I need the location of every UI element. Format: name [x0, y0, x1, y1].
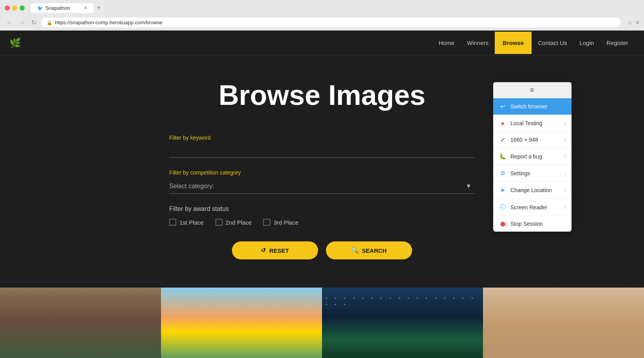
minimize-window-button[interactable] [12, 5, 17, 11]
dropdown-settings[interactable]: ⚙ Settings › [493, 165, 572, 182]
hamburger-icon: ≡ [530, 86, 535, 94]
stop-session-label: Stop Session [510, 221, 566, 227]
checkbox-3rd-place[interactable]: 3rd Place [263, 219, 298, 226]
browser-menu-button[interactable]: ≡ [636, 19, 639, 26]
keyword-filter-section: Filter by keyword [169, 135, 475, 158]
traffic-lights [5, 5, 25, 11]
category-filter-label: Filter by competition category [169, 169, 475, 176]
checkbox-2nd-label: 2nd Place [226, 219, 252, 226]
reset-icon: ↺ [261, 247, 266, 254]
site-logo[interactable]: 🌿 [9, 38, 21, 49]
nav-contact[interactable]: Contact Us [532, 32, 573, 54]
change-location-label: Change Location [510, 187, 561, 193]
nav-login[interactable]: Login [573, 32, 600, 54]
dropdown-switch-browser[interactable]: ↩ Switch browser [493, 98, 572, 115]
switch-browser-label: Switch browser [510, 103, 566, 110]
tab-close-button[interactable]: ✕ [84, 5, 87, 11]
category-filter-section: Filter by competition category Select ca… [169, 169, 475, 194]
dropdown-panel: ≡ ↩ Switch browser ● Local Testing › ⤢ 1… [493, 82, 572, 232]
nav-winners[interactable]: Winners [461, 32, 495, 54]
screen-reader-chevron: › [564, 205, 566, 210]
image-grid [0, 288, 644, 358]
checkbox-3rd-box[interactable] [263, 219, 270, 226]
nav-home[interactable]: Home [432, 32, 461, 54]
reset-label: RESET [269, 247, 289, 254]
dropdown-local-testing[interactable]: ● Local Testing › [493, 115, 572, 131]
category-select[interactable]: Select category: [169, 179, 475, 194]
image-tile-4[interactable] [483, 288, 644, 358]
nav-links: Home Winners Browse Contact Us Login Reg… [432, 32, 635, 54]
browser-chrome: 🐦 Snapathon ✕ + [0, 0, 644, 16]
checkboxes-group: 1st Place 2nd Place 3rd Place [169, 219, 475, 226]
dropdown-stop-session[interactable]: ⬤ Stop Session [493, 216, 572, 232]
search-icon: 🔍 [351, 247, 359, 254]
tab-favicon: 🐦 [37, 5, 43, 11]
dropdown-screen-reader[interactable]: ⓘ Screen Reader › [493, 199, 572, 216]
settings-label: Settings [510, 170, 561, 176]
address-bar-row: ← → ↻ 🔒 https://snapathon-comp.herokuapp… [0, 16, 644, 31]
change-location-chevron: › [564, 187, 566, 193]
search-button[interactable]: 🔍 SEARCH [326, 241, 412, 259]
checkbox-1st-label: 1st Place [179, 219, 204, 226]
checkbox-1st-place[interactable]: 1st Place [169, 219, 204, 226]
dropdown-report-bug[interactable]: 🐛 Report a bug › [493, 148, 572, 165]
report-bug-label: Report a bug [510, 153, 561, 160]
tab-area: 🐦 Snapathon ✕ + [31, 3, 104, 13]
award-filter-section: Filter by award status 1st Place 2nd Pla… [169, 205, 475, 226]
resolution-label: 1660 × 948 [510, 137, 561, 143]
checkbox-2nd-box[interactable] [215, 219, 223, 226]
checkbox-2nd-place[interactable]: 2nd Place [215, 219, 252, 226]
url-text: https://snapathon-comp.herokuapp.com/bro… [55, 20, 163, 25]
screen-reader-label: Screen Reader [510, 204, 561, 210]
search-label: SEARCH [362, 247, 387, 254]
checkbox-1st-box[interactable] [169, 219, 176, 226]
bookmark-button[interactable]: ☆ [627, 19, 633, 26]
image-tile-3[interactable] [322, 288, 483, 358]
page-wrapper: 🌿 Home Winners Browse Contact Us Login R… [0, 31, 644, 358]
navbar: 🌿 Home Winners Browse Contact Us Login R… [0, 31, 644, 56]
nav-browse[interactable]: Browse [495, 32, 532, 54]
local-testing-chevron: › [564, 121, 566, 126]
forward-button[interactable]: → [17, 18, 27, 27]
keyword-input[interactable] [169, 144, 475, 158]
image-tile-2[interactable] [161, 288, 322, 358]
active-tab[interactable]: 🐦 Snapathon ✕ [31, 3, 94, 13]
switch-browser-icon: ↩ [499, 103, 507, 110]
award-filter-title: Filter by award status [169, 205, 475, 212]
nav-register[interactable]: Register [600, 32, 635, 54]
tab-title: Snapathon [45, 5, 70, 11]
category-select-wrapper: Select category: ▼ [169, 179, 475, 194]
local-testing-icon: ● [499, 120, 507, 126]
dropdown-change-location[interactable]: ➤ Change Location › [493, 182, 572, 199]
screen-reader-icon: ⓘ [499, 203, 507, 211]
refresh-button[interactable]: ↻ [30, 18, 38, 27]
close-window-button[interactable] [5, 5, 10, 11]
https-icon: 🔒 [47, 20, 52, 25]
back-button[interactable]: ← [5, 18, 14, 27]
action-buttons-row: ↺ RESET 🔍 SEARCH [169, 241, 475, 259]
resolution-chevron: › [564, 137, 566, 142]
main-content: Browse Images Filter by keyword Filter b… [161, 56, 483, 291]
address-bar[interactable]: 🔒 https://snapathon-comp.herokuapp.com/b… [41, 18, 621, 27]
bug-icon: 🐛 [499, 153, 507, 160]
settings-chevron: › [564, 171, 566, 176]
report-bug-chevron: › [564, 154, 566, 159]
keyword-filter-label: Filter by keyword [169, 135, 475, 141]
local-testing-label: Local Testing [510, 120, 561, 126]
dropdown-resolution[interactable]: ⤢ 1660 × 948 › [493, 131, 572, 148]
new-tab-button[interactable]: + [94, 4, 104, 12]
maximize-window-button[interactable] [20, 5, 25, 11]
location-icon: ➤ [499, 187, 507, 194]
reset-button[interactable]: ↺ RESET [232, 241, 318, 259]
page-title: Browse Images [169, 79, 475, 111]
checkbox-3rd-label: 3rd Place [273, 219, 298, 226]
resolution-icon: ⤢ [499, 136, 507, 143]
settings-icon: ⚙ [499, 170, 507, 177]
stop-session-icon: ⬤ [499, 221, 507, 227]
dropdown-header: ≡ [493, 82, 572, 98]
image-tile-1[interactable] [0, 288, 161, 358]
